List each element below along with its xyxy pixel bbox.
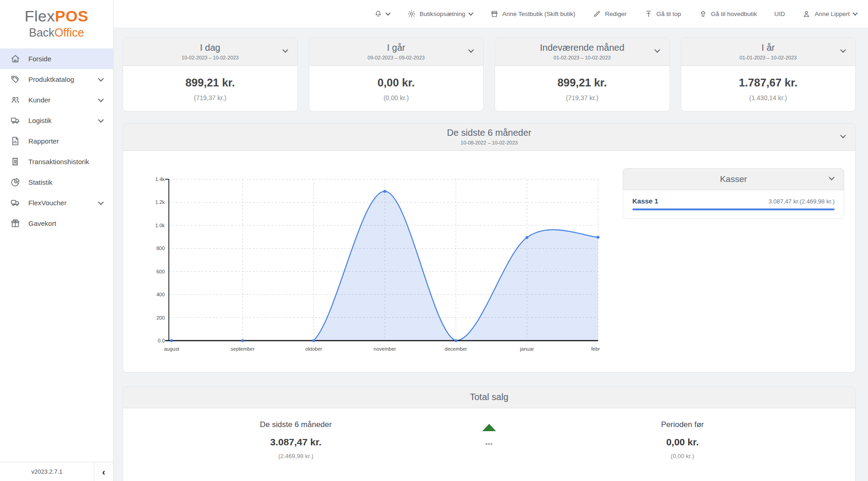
previous-period-label: Perioden før <box>510 420 855 429</box>
svg-text:januar: januar <box>519 346 534 352</box>
bell-icon <box>374 10 383 18</box>
current-period-label: De sidste 6 måneder <box>123 420 469 429</box>
stat-card-header: I år01-01-2023 – 10-02-2023 <box>681 38 856 66</box>
topbar-item-label: Butiksopsætning <box>420 11 465 17</box>
topbar-item-label: Rediger <box>605 11 626 17</box>
topbar-item-butiksopsaetning[interactable]: Butiksopsætning <box>407 10 473 18</box>
topbar: ButiksopsætningAnne Testbutik (Skift but… <box>113 0 868 27</box>
previous-period-amount: 0,00 kr. <box>510 437 855 448</box>
sidebar-item-kunder[interactable]: Kunder <box>0 90 113 110</box>
kasse-row[interactable]: Kasse 1 3.087,47 kr.(2.469,98 kr.) <box>632 197 835 205</box>
sidebar-collapse-button[interactable]: ‹ <box>94 462 113 481</box>
stat-card-3: I år01-01-2023 – 10-02-20231.787,67 kr.(… <box>681 37 856 112</box>
truck-icon <box>10 198 21 208</box>
kasser-title: Kasser <box>720 174 747 184</box>
sidebar-item-statistik[interactable]: Statistik <box>0 172 113 192</box>
sidebar-item-label: Transaktionshistorik <box>28 158 89 166</box>
stat-card-secondary-amount: (719,37 kr.) <box>495 94 669 102</box>
sidebar: FlexPOS BackOffice ForsideProduktkatalog… <box>0 0 113 481</box>
sidebar-item-label: Forside <box>28 55 51 63</box>
trend-up-icon <box>482 424 496 431</box>
logo-flex: Flex <box>25 7 55 25</box>
sales-chart-date-range: 10-08-2022 – 10-02-2023 <box>123 140 855 145</box>
stat-card-header: I dag10-02-2023 – 10-02-2023 <box>123 38 297 66</box>
chevron-down-icon <box>98 117 104 123</box>
sidebar-item-logistik[interactable]: Logistik <box>0 110 113 131</box>
topbar-item-uid[interactable]: UID <box>774 11 785 17</box>
total-salg-trend: --- <box>469 420 510 447</box>
sidebar-item-label: Produktkatalog <box>28 75 74 83</box>
topbar-item-notifications[interactable] <box>374 10 390 18</box>
stat-card-2: Indeværende måned01-02-2023 – 10-02-2023… <box>495 37 670 112</box>
kasser-panel-header: Kasser <box>623 168 844 190</box>
current-period-secondary: (2.469,98 kr.) <box>123 453 469 460</box>
stat-card-header: Indeværende måned01-02-2023 – 10-02-2023 <box>495 38 669 66</box>
topbar-item-label: Gå til hovedbutik <box>711 11 757 17</box>
stat-card-amount: 1.787,67 kr. <box>681 76 856 89</box>
sidebar-item-rapporter[interactable]: Rapporter <box>0 131 113 151</box>
topbar-item-ga-til-hovedbutik[interactable]: Gå til hovedbutik <box>699 10 757 18</box>
sales-area-chart: 0.02004006008001.0k1.2k1.4kaugustseptemb… <box>137 165 613 359</box>
sidebar-item-label: Logistik <box>28 117 52 124</box>
stat-card-header: I går09-02-2023 – 09-02-2023 <box>309 38 484 66</box>
logo-pos: POS <box>55 7 88 25</box>
chevron-down-icon <box>385 11 390 16</box>
stat-card-date-range: 10-02-2023 – 10-02-2023 <box>123 55 297 60</box>
stat-card-date-range: 09-02-2023 – 09-02-2023 <box>309 55 484 60</box>
kasse-value: 3.087,47 kr.(2.469,98 kr.) <box>768 198 835 205</box>
current-period-amount: 3.087,47 kr. <box>123 437 469 448</box>
sidebar-item-label: Statistik <box>28 178 53 186</box>
app-version: v2023.2.7.1 <box>0 462 94 481</box>
chevron-down-icon[interactable] <box>829 175 835 181</box>
stat-card-secondary-amount: (0,00 kr.) <box>309 94 484 102</box>
topbar-item-label: Anne Lippert <box>814 11 850 17</box>
topbar-item-user[interactable]: Anne Lippert <box>802 10 857 18</box>
svg-text:1.4k: 1.4k <box>155 176 165 182</box>
kasser-panel-body: Kasse 1 3.087,47 kr.(2.469,98 kr.) <box>623 190 844 219</box>
stat-card-secondary-amount: (1.430,14 kr.) <box>681 94 856 102</box>
topbar-item-label: Gå til top <box>657 11 681 17</box>
kasser-panel: Kasser Kasse 1 3.087,47 kr.(2.469,98 kr.… <box>623 168 844 359</box>
chevron-down-icon <box>852 11 857 16</box>
sidebar-item-flexvoucher[interactable]: FlexVoucher <box>0 192 113 213</box>
svg-text:august: august <box>164 346 179 352</box>
topbar-item-rediger[interactable]: Rediger <box>593 10 626 18</box>
topbar-item-ga-til-top[interactable]: Gå til top <box>644 10 681 18</box>
stat-card-0: I dag10-02-2023 – 10-02-2023899,21 kr.(7… <box>123 37 298 112</box>
receipt-icon <box>10 156 21 167</box>
total-salg-header: Total salg <box>123 387 855 408</box>
stat-card-amount: 899,21 kr. <box>495 76 669 89</box>
svg-text:oktober: oktober <box>305 346 322 352</box>
svg-text:november: november <box>374 346 396 352</box>
total-salg-current-period: De sidste 6 måneder 3.087,47 kr. (2.469,… <box>123 420 469 460</box>
tags-icon <box>10 74 21 85</box>
chevron-down-icon <box>468 11 473 16</box>
person-icon <box>802 10 811 18</box>
sidebar-item-forside[interactable]: Forside <box>0 48 113 69</box>
topbar-item-store[interactable]: Anne Testbutik (Skift butik) <box>490 10 576 18</box>
pencil-icon <box>593 10 601 18</box>
stat-card-body: 0,00 kr.(0,00 kr.) <box>309 66 484 111</box>
svg-text:200: 200 <box>156 315 165 321</box>
sales-chart-plot: 0.02004006008001.0k1.2k1.4kaugustseptemb… <box>137 165 613 359</box>
svg-text:december: december <box>445 346 467 352</box>
stat-card-body: 899,21 kr.(719,37 kr.) <box>123 66 297 111</box>
svg-text:600: 600 <box>156 269 165 274</box>
sidebar-item-transaktionshistorik[interactable]: Transaktionshistorik <box>0 151 113 172</box>
app-root: FlexPOS BackOffice ForsideProduktkatalog… <box>0 0 868 481</box>
svg-text:0.0: 0.0 <box>158 338 165 343</box>
app-logo: FlexPOS BackOffice <box>0 0 113 48</box>
total-salg-previous-period: Perioden før 0,00 kr. (0,00 kr.) <box>510 420 855 460</box>
sales-chart-body: 0.02004006008001.0k1.2k1.4kaugustseptemb… <box>123 151 855 359</box>
kasse-name: Kasse 1 <box>632 197 658 205</box>
logo-office: Office <box>54 26 84 39</box>
trend-label: --- <box>469 440 510 447</box>
report-icon <box>10 136 21 146</box>
stat-card-body: 899,21 kr.(719,37 kr.) <box>495 66 669 111</box>
sidebar-item-label: Kunder <box>28 96 50 104</box>
sidebar-item-label: FlexVoucher <box>28 199 66 207</box>
sidebar-item-gavekort[interactable]: Gavekort <box>0 213 113 234</box>
arrow-up-outline-icon <box>699 10 707 18</box>
sales-chart-title: De sidste 6 måneder <box>123 128 855 138</box>
sidebar-item-produktkatalog[interactable]: Produktkatalog <box>0 69 113 90</box>
